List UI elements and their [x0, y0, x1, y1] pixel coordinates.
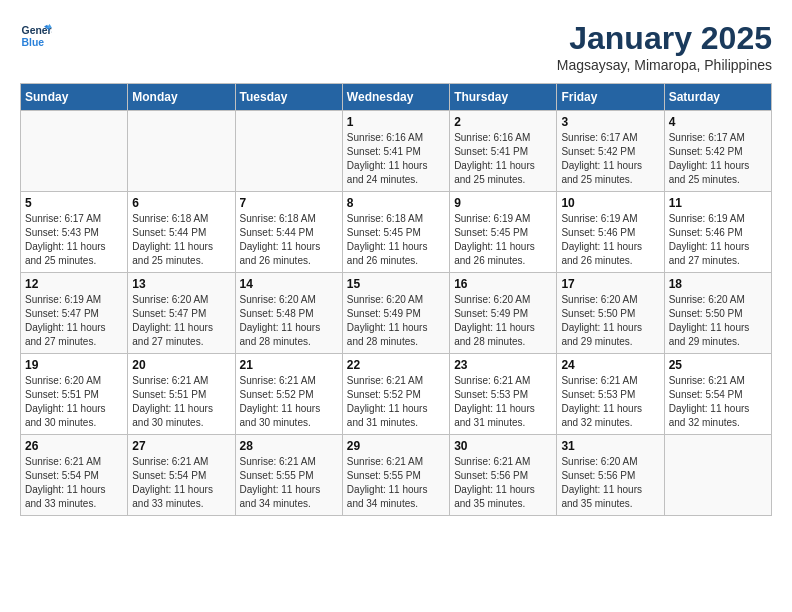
- calendar-cell: 26Sunrise: 6:21 AM Sunset: 5:54 PM Dayli…: [21, 435, 128, 516]
- calendar-cell: 20Sunrise: 6:21 AM Sunset: 5:51 PM Dayli…: [128, 354, 235, 435]
- day-info: Sunrise: 6:16 AM Sunset: 5:41 PM Dayligh…: [347, 131, 445, 187]
- calendar-cell: 24Sunrise: 6:21 AM Sunset: 5:53 PM Dayli…: [557, 354, 664, 435]
- day-number: 7: [240, 196, 338, 210]
- day-number: 10: [561, 196, 659, 210]
- calendar-week-row: 12Sunrise: 6:19 AM Sunset: 5:47 PM Dayli…: [21, 273, 772, 354]
- day-info: Sunrise: 6:20 AM Sunset: 5:50 PM Dayligh…: [561, 293, 659, 349]
- calendar-cell: 25Sunrise: 6:21 AM Sunset: 5:54 PM Dayli…: [664, 354, 771, 435]
- day-info: Sunrise: 6:21 AM Sunset: 5:52 PM Dayligh…: [240, 374, 338, 430]
- day-number: 18: [669, 277, 767, 291]
- day-info: Sunrise: 6:17 AM Sunset: 5:42 PM Dayligh…: [561, 131, 659, 187]
- day-number: 2: [454, 115, 552, 129]
- day-info: Sunrise: 6:17 AM Sunset: 5:42 PM Dayligh…: [669, 131, 767, 187]
- day-info: Sunrise: 6:21 AM Sunset: 5:51 PM Dayligh…: [132, 374, 230, 430]
- svg-text:Blue: Blue: [22, 37, 45, 48]
- day-number: 23: [454, 358, 552, 372]
- calendar-cell: 5Sunrise: 6:17 AM Sunset: 5:43 PM Daylig…: [21, 192, 128, 273]
- logo-icon: General Blue: [20, 20, 52, 52]
- day-info: Sunrise: 6:21 AM Sunset: 5:54 PM Dayligh…: [132, 455, 230, 511]
- weekday-header-saturday: Saturday: [664, 84, 771, 111]
- day-info: Sunrise: 6:20 AM Sunset: 5:50 PM Dayligh…: [669, 293, 767, 349]
- day-number: 11: [669, 196, 767, 210]
- day-info: Sunrise: 6:21 AM Sunset: 5:55 PM Dayligh…: [240, 455, 338, 511]
- calendar-cell: [664, 435, 771, 516]
- calendar-cell: 4Sunrise: 6:17 AM Sunset: 5:42 PM Daylig…: [664, 111, 771, 192]
- calendar-cell: 30Sunrise: 6:21 AM Sunset: 5:56 PM Dayli…: [450, 435, 557, 516]
- calendar-cell: [128, 111, 235, 192]
- day-number: 4: [669, 115, 767, 129]
- day-info: Sunrise: 6:21 AM Sunset: 5:53 PM Dayligh…: [561, 374, 659, 430]
- calendar-cell: 23Sunrise: 6:21 AM Sunset: 5:53 PM Dayli…: [450, 354, 557, 435]
- day-info: Sunrise: 6:18 AM Sunset: 5:44 PM Dayligh…: [240, 212, 338, 268]
- weekday-header-row: SundayMondayTuesdayWednesdayThursdayFrid…: [21, 84, 772, 111]
- day-number: 26: [25, 439, 123, 453]
- logo: General Blue: [20, 20, 52, 52]
- calendar-cell: 16Sunrise: 6:20 AM Sunset: 5:49 PM Dayli…: [450, 273, 557, 354]
- calendar-cell: 9Sunrise: 6:19 AM Sunset: 5:45 PM Daylig…: [450, 192, 557, 273]
- calendar-cell: 17Sunrise: 6:20 AM Sunset: 5:50 PM Dayli…: [557, 273, 664, 354]
- day-info: Sunrise: 6:20 AM Sunset: 5:51 PM Dayligh…: [25, 374, 123, 430]
- calendar-cell: 11Sunrise: 6:19 AM Sunset: 5:46 PM Dayli…: [664, 192, 771, 273]
- day-info: Sunrise: 6:18 AM Sunset: 5:44 PM Dayligh…: [132, 212, 230, 268]
- day-info: Sunrise: 6:21 AM Sunset: 5:52 PM Dayligh…: [347, 374, 445, 430]
- day-info: Sunrise: 6:19 AM Sunset: 5:45 PM Dayligh…: [454, 212, 552, 268]
- day-info: Sunrise: 6:19 AM Sunset: 5:47 PM Dayligh…: [25, 293, 123, 349]
- day-number: 25: [669, 358, 767, 372]
- calendar-cell: 13Sunrise: 6:20 AM Sunset: 5:47 PM Dayli…: [128, 273, 235, 354]
- calendar-cell: 10Sunrise: 6:19 AM Sunset: 5:46 PM Dayli…: [557, 192, 664, 273]
- day-number: 22: [347, 358, 445, 372]
- weekday-header-monday: Monday: [128, 84, 235, 111]
- day-info: Sunrise: 6:20 AM Sunset: 5:48 PM Dayligh…: [240, 293, 338, 349]
- day-number: 12: [25, 277, 123, 291]
- day-number: 6: [132, 196, 230, 210]
- day-info: Sunrise: 6:16 AM Sunset: 5:41 PM Dayligh…: [454, 131, 552, 187]
- calendar-cell: 29Sunrise: 6:21 AM Sunset: 5:55 PM Dayli…: [342, 435, 449, 516]
- location-subtitle: Magsaysay, Mimaropa, Philippines: [557, 57, 772, 73]
- day-info: Sunrise: 6:21 AM Sunset: 5:54 PM Dayligh…: [25, 455, 123, 511]
- day-info: Sunrise: 6:19 AM Sunset: 5:46 PM Dayligh…: [561, 212, 659, 268]
- calendar-cell: 15Sunrise: 6:20 AM Sunset: 5:49 PM Dayli…: [342, 273, 449, 354]
- day-number: 8: [347, 196, 445, 210]
- day-info: Sunrise: 6:21 AM Sunset: 5:55 PM Dayligh…: [347, 455, 445, 511]
- day-number: 14: [240, 277, 338, 291]
- day-number: 15: [347, 277, 445, 291]
- day-number: 9: [454, 196, 552, 210]
- day-number: 27: [132, 439, 230, 453]
- page-header: General Blue January 2025 Magsaysay, Mim…: [20, 20, 772, 73]
- day-number: 31: [561, 439, 659, 453]
- calendar-cell: 19Sunrise: 6:20 AM Sunset: 5:51 PM Dayli…: [21, 354, 128, 435]
- calendar-cell: [21, 111, 128, 192]
- day-info: Sunrise: 6:18 AM Sunset: 5:45 PM Dayligh…: [347, 212, 445, 268]
- calendar-cell: 27Sunrise: 6:21 AM Sunset: 5:54 PM Dayli…: [128, 435, 235, 516]
- calendar-week-row: 5Sunrise: 6:17 AM Sunset: 5:43 PM Daylig…: [21, 192, 772, 273]
- day-number: 21: [240, 358, 338, 372]
- calendar-week-row: 1Sunrise: 6:16 AM Sunset: 5:41 PM Daylig…: [21, 111, 772, 192]
- calendar-cell: 6Sunrise: 6:18 AM Sunset: 5:44 PM Daylig…: [128, 192, 235, 273]
- calendar-cell: 2Sunrise: 6:16 AM Sunset: 5:41 PM Daylig…: [450, 111, 557, 192]
- day-info: Sunrise: 6:21 AM Sunset: 5:53 PM Dayligh…: [454, 374, 552, 430]
- day-number: 13: [132, 277, 230, 291]
- day-info: Sunrise: 6:21 AM Sunset: 5:54 PM Dayligh…: [669, 374, 767, 430]
- calendar-cell: [235, 111, 342, 192]
- day-number: 1: [347, 115, 445, 129]
- day-info: Sunrise: 6:17 AM Sunset: 5:43 PM Dayligh…: [25, 212, 123, 268]
- calendar-cell: 21Sunrise: 6:21 AM Sunset: 5:52 PM Dayli…: [235, 354, 342, 435]
- weekday-header-thursday: Thursday: [450, 84, 557, 111]
- calendar-cell: 14Sunrise: 6:20 AM Sunset: 5:48 PM Dayli…: [235, 273, 342, 354]
- day-number: 5: [25, 196, 123, 210]
- day-number: 3: [561, 115, 659, 129]
- weekday-header-sunday: Sunday: [21, 84, 128, 111]
- calendar-cell: 1Sunrise: 6:16 AM Sunset: 5:41 PM Daylig…: [342, 111, 449, 192]
- day-info: Sunrise: 6:20 AM Sunset: 5:49 PM Dayligh…: [454, 293, 552, 349]
- calendar-table: SundayMondayTuesdayWednesdayThursdayFrid…: [20, 83, 772, 516]
- day-info: Sunrise: 6:20 AM Sunset: 5:56 PM Dayligh…: [561, 455, 659, 511]
- calendar-cell: 22Sunrise: 6:21 AM Sunset: 5:52 PM Dayli…: [342, 354, 449, 435]
- title-block: January 2025 Magsaysay, Mimaropa, Philip…: [557, 20, 772, 73]
- day-number: 17: [561, 277, 659, 291]
- calendar-cell: 8Sunrise: 6:18 AM Sunset: 5:45 PM Daylig…: [342, 192, 449, 273]
- calendar-week-row: 19Sunrise: 6:20 AM Sunset: 5:51 PM Dayli…: [21, 354, 772, 435]
- calendar-cell: 18Sunrise: 6:20 AM Sunset: 5:50 PM Dayli…: [664, 273, 771, 354]
- day-number: 20: [132, 358, 230, 372]
- day-info: Sunrise: 6:19 AM Sunset: 5:46 PM Dayligh…: [669, 212, 767, 268]
- month-title: January 2025: [557, 20, 772, 57]
